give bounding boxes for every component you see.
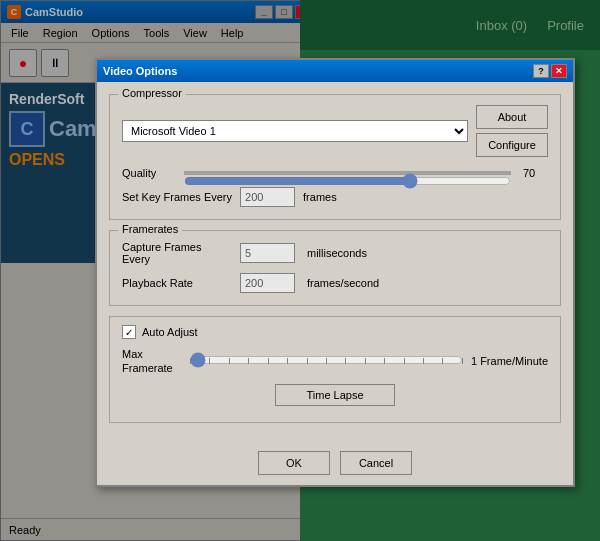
dialog-close-button[interactable]: ✕ [551,64,567,78]
dialog-body: Compressor Microsoft Video 1 About Confi… [97,82,573,445]
tick [462,358,463,364]
video-options-dialog: Video Options ? ✕ Compressor Microsoft V… [95,58,575,487]
tick [248,358,249,364]
tick [287,358,288,364]
tick [384,358,385,364]
cancel-button[interactable]: Cancel [340,451,412,475]
quality-label: Quality [122,167,172,179]
compressor-select[interactable]: Microsoft Video 1 [122,120,468,142]
capture-unit: milliseconds [307,247,367,259]
time-lapse-row: Time Lapse [122,384,548,406]
tick [209,358,210,364]
ok-button[interactable]: OK [258,451,330,475]
capture-row: Capture Frames Every milliseconds [122,241,548,265]
max-framerate-label: MaxFramerate [122,347,182,376]
dialog-help-button[interactable]: ? [533,64,549,78]
auto-adjust-row: ✓ Auto Adjust [122,325,548,339]
tick [268,358,269,364]
tick [307,358,308,364]
dialog-footer: OK Cancel [97,445,573,485]
compressor-group: Compressor Microsoft Video 1 About Confi… [109,94,561,220]
tick [190,358,191,364]
auto-adjust-section: ✓ Auto Adjust MaxFramerate [109,316,561,423]
capture-input[interactable] [240,243,295,263]
tick [404,358,405,364]
compressor-group-label: Compressor [118,87,186,99]
tick-marks [190,358,463,364]
max-framerate-row: MaxFramerate [122,347,548,376]
dialog-title-controls: ? ✕ [533,64,567,78]
playback-input[interactable] [240,273,295,293]
quality-slider-track [184,171,511,175]
playback-label: Playback Rate [122,277,232,289]
auto-adjust-checkbox[interactable]: ✓ [122,325,136,339]
quality-value: 70 [523,167,548,179]
frames-label: frames [303,191,337,203]
tick [326,358,327,364]
slider-end-label: 1 Frame/Minute [471,355,548,367]
quality-row: Quality 70 [122,167,548,179]
auto-adjust-label: Auto Adjust [142,326,198,338]
compressor-buttons: About Configure [476,105,548,157]
about-button[interactable]: About [476,105,548,129]
tick [229,358,230,364]
keyframe-label: Set Key Frames Every [122,191,232,203]
tick [423,358,424,364]
framerates-group: Framerates Capture Frames Every millisec… [109,230,561,306]
dialog-title: Video Options [103,65,177,77]
capture-label: Capture Frames Every [122,241,232,265]
framerates-group-label: Framerates [118,223,182,235]
compressor-select-wrapper: Microsoft Video 1 [122,120,468,142]
time-lapse-button[interactable]: Time Lapse [275,384,395,406]
tick [345,358,346,364]
playback-unit: frames/second [307,277,379,289]
dialog-title-bar: Video Options ? ✕ [97,60,573,82]
tick [365,358,366,364]
compressor-row: Microsoft Video 1 About Configure [122,105,548,157]
tick [442,358,443,364]
max-framerate-slider-container [190,350,463,372]
quality-slider[interactable] [184,171,511,191]
playback-row: Playback Rate frames/second [122,273,548,293]
configure-button[interactable]: Configure [476,133,548,157]
